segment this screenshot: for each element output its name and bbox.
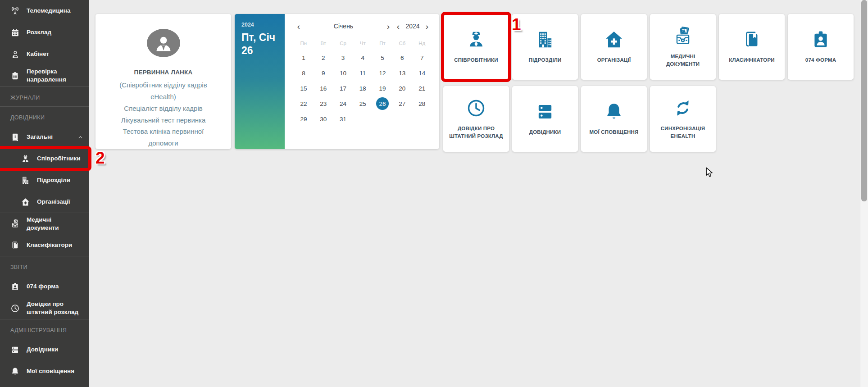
calendar-day[interactable]: 1 [294,50,314,65]
calendar-day[interactable]: 30 [314,111,333,127]
calendar-day[interactable]: 13 [392,65,412,81]
mouse-cursor-icon [706,167,713,178]
sidebar-item-directories[interactable]: Довідники [0,339,89,360]
calendar-day[interactable]: 5 [373,50,392,65]
calendar-day[interactable]: 2 [314,50,333,65]
calendar-grid: ПнВтСрЧтПтСбНд12345678910111213141516171… [294,36,432,127]
calendar-day[interactable]: 11 [353,65,373,81]
calendar-day[interactable]: 4 [353,50,373,65]
calendar-day[interactable]: 23 [314,96,333,111]
calendar-day[interactable]: 28 [412,96,432,111]
calendar-day[interactable]: 6 [392,50,412,65]
calendar-day[interactable]: 15 [294,81,314,96]
calendar-day[interactable]: 20 [392,81,412,96]
tile-medical-documents[interactable]: МЕДИЧНІ ДОКУМЕНТИ [650,14,716,80]
calendar-day-number: 31 [336,113,349,125]
tile-employees[interactable]: СПІВРОБІТНИКИ1 [443,14,509,80]
calendar-day-number: 22 [297,97,310,110]
sidebar-item-label: Телемедицина [27,7,70,15]
bell-icon [604,101,624,122]
calendar-day[interactable]: 18 [353,81,373,96]
sidebar-item-referral-check[interactable]: Перевірка направлення [0,65,89,87]
calendar-day-number: 16 [317,82,330,95]
calendar-day[interactable]: 14 [412,65,432,81]
tile-departments[interactable]: ПІДРОЗДІЛИ [512,14,578,80]
sidebar-item-classifiers[interactable]: Класифікатори [0,234,89,256]
tile-ehealth-sync[interactable]: СИНХРОНІЗАЦІЯ EHEALTH [650,86,716,152]
bell-icon [10,367,20,376]
tile-my-notifications[interactable]: МОЇ СПОВІЩЕННЯ [581,86,647,152]
sidebar-item-telemedicine[interactable]: Телемедицина [0,0,89,22]
calendar-day-number: 6 [396,51,409,64]
sync-icon [673,98,693,118]
chevron-left-icon[interactable]: ‹ [294,21,304,31]
calendar-day[interactable]: 25 [353,96,373,111]
calendar-day-number: 21 [416,82,428,95]
calendar-day[interactable]: 31 [333,111,353,127]
chevron-right-icon[interactable]: › [383,21,393,31]
tile-label: ПІДРОЗДІЛИ [528,56,561,64]
sidebar-item-schedule[interactable]: Розклад [0,22,89,43]
calendar-day[interactable]: 27 [392,96,412,111]
telemedicine-icon [10,6,20,16]
calendar-day-number: 3 [336,51,349,64]
calendar-day-number: 26 [241,44,280,57]
sidebar-item-label: Загальні [27,133,53,141]
sidebar-item-staff-schedule-certificates[interactable]: Довідки про штатний розклад [0,297,89,319]
calendar-day[interactable]: 29 [294,111,314,127]
tile-074-form[interactable]: 074 ФОРМА [788,14,854,80]
calendar-day[interactable]: 16 [314,81,333,96]
sidebar-item-my-notifications[interactable]: Мої сповіщення [0,360,89,382]
calendar-day[interactable]: 26 [373,96,392,111]
profile-description: (Співробітник відділу кадрів eHealth)Спе… [109,79,218,149]
calendar-day[interactable]: 17 [333,81,353,96]
tile-staff-schedule-certificates[interactable]: ДОВІДКИ ПРО ШТАТНИЙ РОЗКЛАД [443,86,509,152]
calendar-day[interactable]: 10 [333,65,353,81]
calendar-weekday: Сб [392,36,412,50]
tile-label: ОРГАНІЗАЦІЇ [597,56,631,64]
tile-directories[interactable]: ДОВІДНИКИ [512,86,578,152]
tile-classifiers[interactable]: КЛАСИФІКАТОРИ [719,14,785,80]
page-scrollbar[interactable] [860,0,868,387]
sidebar-item-074-form[interactable]: 074 форма [0,276,89,297]
sidebar-section-header: ЖУРНАЛИ [0,87,89,106]
sidebar-item-organizations[interactable]: Організації [0,191,89,213]
sidebar-item-departments[interactable]: Підрозділи [0,169,89,191]
referral-check-icon [10,71,20,81]
tile-label: ДОВІДКИ ПРО ШТАТНИЙ РОЗКЛАД [449,125,504,141]
calendar-day-number: 8 [297,67,310,79]
scrollbar-thumb[interactable] [861,0,867,201]
calendar-day[interactable]: 22 [294,96,314,111]
calendar-day-number: 2 [317,51,330,64]
calendar-day[interactable]: 21 [412,81,432,96]
main-content: ПЕРВИННА ЛАНКА (Співробітник відділу кад… [89,0,868,387]
calendar-day-number: 26 [376,97,389,110]
sidebar-item-label: Довідки про штатний розклад [27,300,83,316]
sidebar-item-cabinet[interactable]: Кабінет [0,43,89,65]
sidebar-item-employees[interactable]: Співробітники2 [0,148,89,169]
organizations-icon [604,29,624,50]
sidebar-item-medical-documents[interactable]: Медичні документи [0,213,89,234]
calendar-day-number: 23 [317,97,330,110]
calendar-day[interactable]: 12 [373,65,392,81]
chevron-right-icon[interactable]: › [422,21,432,31]
sidebar-item-general[interactable]: Загальні [0,126,89,148]
calendar-day[interactable]: 3 [333,50,353,65]
chevron-left-icon[interactable]: ‹ [393,21,403,31]
calendar-day-number: 19 [376,82,389,95]
sidebar-item-label: Підрозділи [37,176,70,184]
tile-organizations[interactable]: ОРГАНІЗАЦІЇ [581,14,647,80]
calendar-day-number: 17 [336,82,349,95]
calendar-grid-panel: ‹ Січень › ‹ 2024 › ПнВтСрЧтПтСбНд123456… [285,14,439,149]
tile-label: ДОВІДНИКИ [529,128,561,136]
sidebar-section: ДОВІДНИКИЗагальніСпівробітники2Підрозділ… [0,106,89,256]
calendar-day[interactable]: 7 [412,50,432,65]
calendar-weekday: Чт [353,36,373,50]
calendar-day[interactable]: 9 [314,65,333,81]
calendar-day-number: 7 [416,51,428,64]
calendar-nav: ‹ Січень › ‹ 2024 › [294,21,432,31]
calendar-day[interactable]: 24 [333,96,353,111]
calendar-day[interactable]: 19 [373,81,392,96]
badge-icon [810,29,831,50]
calendar-day[interactable]: 8 [294,65,314,81]
